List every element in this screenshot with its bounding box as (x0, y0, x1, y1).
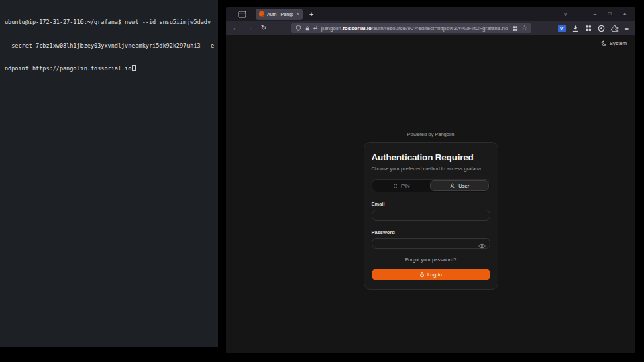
auth-section: Powered by Pangolin Authentication Requi… (226, 131, 635, 290)
moon-theme-icon (601, 40, 607, 46)
navigation-toolbar: ← → ↻ ⇄ pangolin.fossorial.io/auth/resou… (226, 21, 635, 35)
password-field-wrapper (372, 238, 490, 249)
downloads-icon[interactable] (572, 25, 579, 32)
url-domain: fossorial.io (343, 25, 372, 32)
show-password-eye-icon[interactable] (478, 243, 486, 249)
tab-pin[interactable]: PIN (373, 180, 431, 191)
maximize-button[interactable]: □ (604, 11, 615, 17)
auth-card: Authentication Required Choose your pref… (364, 142, 498, 290)
browser-tab-auth-pangolin[interactable]: Auth - Pangolin × (256, 9, 303, 20)
terminal-line-text: ndpoint https://pangolin.fossorial.io (5, 65, 131, 72)
extensions-puzzle-icon[interactable] (611, 25, 619, 32)
auth-method-tabs: PIN User (372, 179, 490, 192)
card-title: Authentication Required (372, 152, 490, 162)
url-text[interactable]: pangolin.fossorial.io/auth/resource/90?r… (321, 25, 508, 32)
log-in-button[interactable]: Log in (372, 269, 490, 280)
password-field[interactable] (372, 238, 490, 249)
terminal-window[interactable]: ubuntu@ip-172-31-27-116:~/grafana$ newt … (0, 0, 218, 347)
tab-close-icon[interactable]: × (296, 11, 299, 17)
hamburger-menu-icon[interactable]: ≡ (625, 25, 629, 32)
url-prefix: pangolin. (321, 25, 343, 32)
page-content: System Powered by Pangolin Authenticatio… (226, 35, 635, 353)
forward-button[interactable]: → (246, 25, 254, 32)
url-bar[interactable]: ⇄ pangolin.fossorial.io/auth/resource/90… (291, 23, 531, 33)
password-label: Password (372, 229, 490, 235)
reload-button[interactable]: ↻ (260, 25, 268, 32)
terminal-line: --secret 7cbz1xw08lh1jbzey03yxvndljvneam… (5, 42, 213, 50)
tracking-shield-icon[interactable] (295, 25, 301, 32)
https-lock-icon[interactable] (305, 25, 310, 32)
email-field[interactable] (372, 210, 490, 221)
tab-pin-label: PIN (401, 183, 410, 189)
page-actions-grid-icon[interactable] (512, 25, 518, 32)
record-circle-extension-icon[interactable] (598, 25, 605, 32)
tab-user-label: User (458, 183, 469, 189)
new-tab-button[interactable]: + (309, 11, 313, 18)
pangolin-favicon-icon (259, 11, 264, 17)
tab-user[interactable]: User (430, 180, 489, 191)
user-icon (449, 183, 455, 189)
card-subtitle: Choose your preferred method to access g… (372, 166, 490, 172)
pin-keypad-icon (393, 183, 398, 189)
theme-label: System (610, 40, 627, 46)
log-in-label: Log in (427, 272, 442, 278)
tab-bar: Auth - Pangolin × + ∨ – □ × (226, 7, 635, 21)
toolbar-extensions: V ≡ (558, 25, 630, 32)
powered-by-text: Powered by (407, 131, 435, 137)
minimize-button[interactable]: – (590, 11, 600, 17)
browser-window: Auth - Pangolin × + ∨ – □ × ← → ↻ ⇄ pang… (226, 7, 635, 353)
close-window-button[interactable]: × (619, 11, 630, 17)
terminal-cursor (132, 65, 136, 71)
url-path: /auth/resource/90?redirect=https%3A%2F%2… (372, 25, 508, 32)
apps-grid-icon[interactable] (585, 25, 592, 32)
terminal-line: ndpoint https://pangolin.fossorial.io (5, 65, 213, 73)
login-lock-icon (419, 272, 425, 278)
back-button[interactable]: ← (231, 25, 239, 32)
tab-title: Auth - Pangolin (267, 12, 293, 17)
terminal-line: ubuntu@ip-172-31-27-116:~/grafana$ newt … (5, 19, 213, 27)
forgot-password-link[interactable]: Forgot your password? (372, 257, 490, 263)
theme-toggle[interactable]: System (601, 40, 627, 46)
blue-extension-icon[interactable]: V (558, 25, 566, 32)
email-label: Email (372, 201, 490, 207)
firefox-view-icon[interactable] (237, 9, 247, 19)
powered-by: Powered by Pangolin (407, 131, 455, 137)
permissions-swap-icon[interactable]: ⇄ (313, 25, 318, 31)
bookmark-star-icon[interactable]: ☆ (521, 25, 527, 32)
pangolin-link[interactable]: Pangolin (435, 131, 454, 137)
list-tabs-chevron-icon[interactable]: ∨ (560, 12, 571, 17)
